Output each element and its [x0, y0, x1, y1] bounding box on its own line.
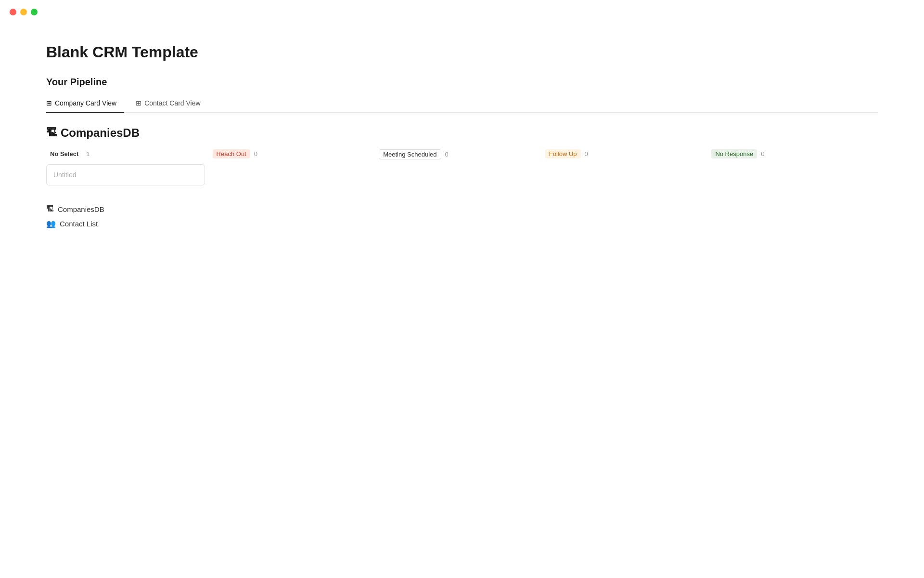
company-card-view-icon: ⊞	[46, 99, 52, 107]
companies-db-name: CompaniesDB	[61, 126, 140, 140]
contact-list-icon: 👥	[46, 219, 56, 228]
column-reach-out: Reach Out 0	[213, 149, 379, 164]
badge-no-select: No Select	[46, 149, 82, 158]
column-header-follow-up: Follow Up 0	[545, 149, 704, 158]
companies-db-link[interactable]: 🏗 CompaniesDB	[46, 205, 878, 213]
companies-db-icon: 🏗	[46, 127, 57, 139]
pipeline-section: Your Pipeline ⊞ Company Card View ⊞ Cont…	[46, 77, 878, 185]
count-follow-up: 0	[585, 150, 588, 158]
count-meeting-scheduled: 0	[445, 151, 449, 158]
pipeline-label: Your Pipeline	[46, 77, 878, 88]
badge-follow-up: Follow Up	[545, 149, 581, 158]
count-reach-out: 0	[254, 150, 257, 158]
kanban-board: No Select 1 Untitled Reach Out 0 Meeting…	[46, 149, 878, 185]
column-header-no-response: No Response 0	[711, 149, 870, 158]
column-header-meeting-scheduled: Meeting Scheduled 0	[379, 149, 538, 159]
badge-meeting-scheduled: Meeting Scheduled	[379, 149, 441, 159]
tab-company-card-view-label: Company Card View	[55, 99, 116, 107]
contact-list-link[interactable]: 👥 Contact List	[46, 219, 878, 228]
card-untitled-title: Untitled	[53, 171, 76, 179]
contact-card-view-icon: ⊞	[136, 99, 141, 107]
companies-db-link-icon: 🏗	[46, 205, 54, 213]
close-button[interactable]	[10, 9, 16, 15]
count-no-response: 0	[761, 150, 764, 158]
column-header-reach-out: Reach Out 0	[213, 149, 372, 158]
column-header-no-select: No Select 1	[46, 149, 205, 158]
badge-no-response: No Response	[711, 149, 757, 158]
column-no-response: No Response 0	[711, 149, 878, 164]
bottom-section: 🏗 CompaniesDB 👥 Contact List	[46, 205, 878, 228]
minimize-button[interactable]	[20, 9, 27, 15]
tab-contact-card-view[interactable]: ⊞ Contact Card View	[136, 95, 208, 113]
column-follow-up: Follow Up 0	[545, 149, 712, 164]
tab-company-card-view[interactable]: ⊞ Company Card View	[46, 95, 124, 113]
column-no-select: No Select 1 Untitled	[46, 149, 213, 185]
db-heading: 🏗 CompaniesDB	[46, 126, 878, 140]
main-content: Blank CRM Template Your Pipeline ⊞ Compa…	[0, 24, 924, 253]
companies-db-link-label: CompaniesDB	[58, 205, 104, 213]
window-controls	[0, 0, 924, 24]
tab-contact-card-view-label: Contact Card View	[144, 99, 200, 107]
card-untitled[interactable]: Untitled	[46, 164, 205, 185]
tabs-container: ⊞ Company Card View ⊞ Contact Card View	[46, 95, 878, 113]
badge-reach-out: Reach Out	[213, 149, 250, 158]
page-title: Blank CRM Template	[46, 43, 878, 61]
count-no-select: 1	[86, 150, 90, 158]
maximize-button[interactable]	[31, 9, 38, 15]
column-meeting-scheduled: Meeting Scheduled 0	[379, 149, 545, 165]
contact-list-label: Contact List	[60, 220, 98, 228]
